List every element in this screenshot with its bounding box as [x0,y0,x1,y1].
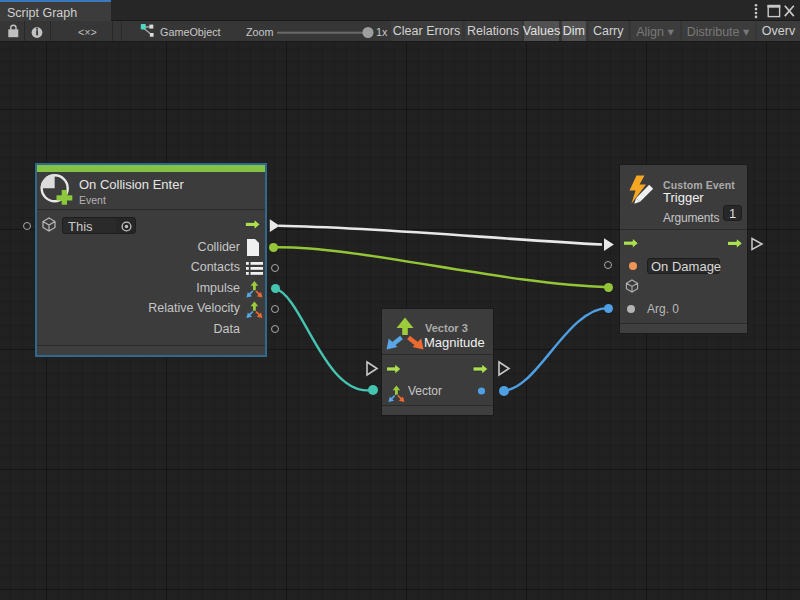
svg-text:GameObject: GameObject [160,26,221,38]
svg-text:Zoom: Zoom [246,26,274,38]
svg-text:<×>: <×> [78,27,97,39]
svg-text:1x: 1x [376,26,388,38]
